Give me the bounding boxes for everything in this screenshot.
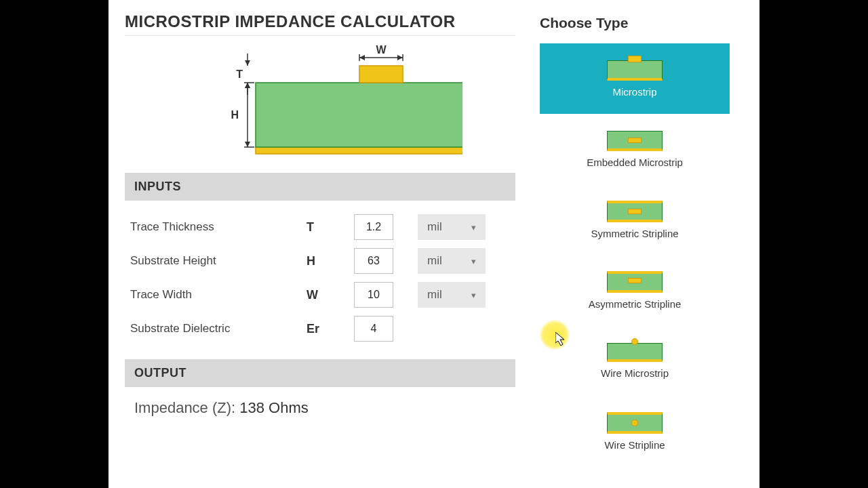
divider	[125, 35, 515, 36]
output-body: Impedance (Z): 138 Ohms	[125, 387, 515, 429]
input-symbol: W	[307, 288, 354, 302]
input-symbol: H	[307, 254, 354, 268]
chevron-down-icon: ▾	[471, 256, 476, 266]
input-row: Trace WidthWmil▾	[130, 278, 510, 312]
input-row: Trace ThicknessTmil▾	[130, 210, 510, 244]
type-card-asym[interactable]: Asymmetric Stripline	[540, 255, 730, 325]
calculator-page: MICROSTRIP IMPEDANCE CALCULATOR W	[108, 0, 760, 488]
right-column: Choose Type MicrostripEmbedded Microstri…	[528, 12, 743, 488]
input-value-w[interactable]	[354, 282, 393, 308]
input-label: Trace Width	[130, 288, 307, 302]
svg-marker-12	[245, 142, 250, 147]
svg-rect-0	[256, 147, 462, 154]
wiremicro-thumb-icon	[607, 343, 663, 362]
input-row: Substrate DielectricEr	[130, 312, 510, 346]
output-header: OUTPUT	[125, 359, 515, 387]
type-label: Embedded Microstrip	[587, 157, 683, 168]
svg-marker-4	[359, 55, 365, 60]
micro-thumb-icon	[607, 60, 663, 81]
unit-select[interactable]: mil▾	[418, 248, 486, 274]
type-card-wiremicro[interactable]: Wire Microstrip	[540, 325, 730, 396]
input-value-er[interactable]	[354, 316, 393, 342]
svg-marker-5	[397, 55, 403, 60]
diagram-label-t: T	[236, 68, 243, 80]
input-label: Trace Thickness	[130, 220, 307, 234]
unit-label: mil	[427, 254, 442, 268]
inputs-header: INPUTS	[125, 173, 515, 201]
unit-label: mil	[427, 288, 442, 302]
type-label: Symmetric Stripline	[591, 228, 678, 239]
input-value-h[interactable]	[354, 248, 393, 274]
sym-thumb-icon	[607, 201, 663, 222]
left-column: MICROSTRIP IMPEDANCE CALCULATOR W	[125, 12, 528, 488]
microstrip-diagram: W T H	[125, 45, 515, 161]
type-card-micro[interactable]: Microstrip	[540, 43, 730, 114]
inputs-body: Trace ThicknessTmil▾Substrate HeightHmil…	[125, 201, 515, 359]
chevron-down-icon: ▾	[471, 222, 476, 232]
output-value: 138 Ohms	[239, 399, 309, 416]
svg-rect-1	[256, 83, 462, 147]
input-label: Substrate Height	[130, 254, 307, 268]
type-label: Asymmetric Stripline	[589, 298, 682, 310]
input-symbol: Er	[307, 322, 354, 336]
asym-thumb-icon	[607, 271, 663, 293]
input-value-t[interactable]	[354, 214, 393, 240]
unit-label: mil	[427, 220, 442, 234]
choose-type-title: Choose Type	[540, 15, 743, 31]
type-card-wirestrip[interactable]: Wire Stripline	[540, 396, 730, 466]
types-list: MicrostripEmbedded MicrostripSymmetric S…	[540, 43, 743, 466]
input-symbol: T	[307, 220, 354, 235]
unit-select[interactable]: mil▾	[418, 282, 486, 308]
type-label: Wire Microstrip	[601, 367, 669, 379]
input-row: Substrate HeightHmil▾	[130, 244, 510, 278]
type-card-embed[interactable]: Embedded Microstrip	[540, 114, 730, 184]
type-label: Microstrip	[613, 86, 657, 98]
input-label: Substrate Dielectric	[130, 322, 307, 336]
page-title: MICROSTRIP IMPEDANCE CALCULATOR	[125, 12, 515, 31]
wirestrip-thumb-icon	[607, 412, 663, 434]
chevron-down-icon: ▾	[471, 290, 476, 300]
embed-thumb-icon	[607, 131, 663, 151]
diagram-label-w: W	[376, 45, 387, 56]
svg-rect-2	[359, 66, 403, 83]
unit-select[interactable]: mil▾	[418, 214, 486, 240]
type-card-sym[interactable]: Symmetric Stripline	[540, 184, 730, 255]
output-label: Impedance (Z):	[134, 399, 239, 416]
svg-marker-11	[245, 83, 250, 88]
type-label: Wire Stripline	[604, 439, 665, 451]
diagram-label-h: H	[231, 109, 239, 121]
